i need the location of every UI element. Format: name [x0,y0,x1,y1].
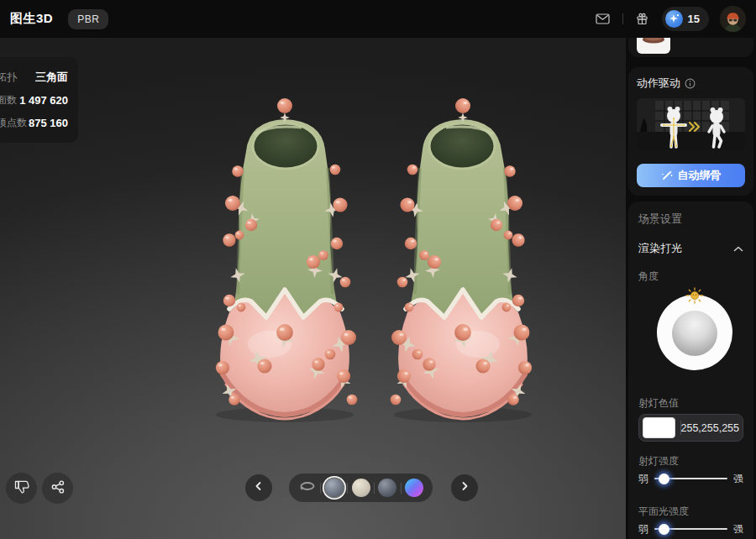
action-drive-header: 动作驱动 [637,76,745,91]
scene-settings-title[interactable]: 场景设置 [638,212,743,227]
stats-label: 面数 [0,93,17,107]
flat-intensity-label: 平面光强度 [638,505,689,519]
scene-settings-card: 场景设置 渲染打光 角度 [628,201,753,539]
spot-color-label: 射灯色值 [638,396,679,411]
thumbs-down-icon [14,479,29,498]
material-sphere-gradient[interactable] [405,479,423,497]
messages-button[interactable] [595,11,612,28]
divider [401,483,402,494]
wand-icon [661,170,673,181]
gift-icon [636,13,648,25]
light-angle-widget[interactable] [657,295,732,370]
share-button[interactable] [42,473,73,504]
stats-value: 875 160 [29,117,68,129]
strong-label: 强 [733,472,743,486]
credits-coin-icon [665,10,683,28]
rigging-preview-image [637,98,745,150]
prev-model-button[interactable] [245,474,272,501]
app-root: 拓扑 三角面 面数 1 497 620 顶点数 875 160 [0,0,756,539]
material-sphere-clay[interactable] [352,479,370,497]
pbr-badge: PBR [68,9,108,29]
model-stats-panel: 拓扑 三角面 面数 1 497 620 顶点数 875 160 [0,57,78,143]
avatar[interactable] [720,6,746,32]
weak-label: 弱 [638,522,648,536]
divider [320,483,321,494]
spot-intensity-label: 射灯强度 [638,454,679,468]
flat-intensity-slider: 弱 强 [638,522,743,536]
dislike-button[interactable] [6,473,37,504]
light-angle-sphere [672,311,717,356]
sun-icon[interactable] [680,286,710,308]
flat-intensity-track[interactable] [654,528,727,530]
stats-label: 顶点数 [0,116,27,130]
stats-row-faces: 面数 1 497 620 [0,90,68,110]
spot-intensity-thumb[interactable] [659,474,669,484]
page-title: 图生3D [10,11,53,27]
topbar-actions: 15 [595,6,746,32]
chevron-up-icon [733,246,743,252]
material-sphere-stone[interactable] [378,479,396,497]
credits-pill[interactable]: 15 [662,7,709,31]
strong-label: 强 [733,522,743,536]
auto-rig-button[interactable]: 自动绑骨 [637,164,745,187]
action-drive-card: 动作驱动 [628,67,753,196]
stats-row-topology: 拓扑 三角面 [0,67,68,87]
divider [347,483,348,494]
divider [374,483,375,494]
auto-rig-label: 自动绑骨 [678,168,722,183]
rotate-icon[interactable] [298,479,317,496]
rewards-button[interactable] [634,11,651,28]
model-shoes [181,92,559,428]
mail-icon [596,13,610,24]
stats-value: 1 497 620 [19,94,68,107]
credits-count: 15 [688,13,700,25]
spot-intensity-slider: 弱 强 [638,472,743,485]
render-lighting-title: 渲染打光 [638,241,682,256]
action-drive-title: 动作驱动 [637,76,680,91]
spot-color-value: 255,255,255 [680,422,739,434]
spot-intensity-track[interactable] [654,478,727,479]
share-icon [50,479,66,498]
flat-intensity-thumb[interactable] [659,524,669,535]
info-icon[interactable] [685,78,696,89]
render-lighting-header[interactable]: 渲染打光 [638,241,743,256]
topbar: 图生3D PBR 15 [0,0,756,38]
weak-label: 弱 [638,472,648,486]
settings-sidebar: 动作驱动 [626,0,756,539]
chevron-left-icon [252,479,265,496]
chevron-right-icon [458,479,471,496]
color-swatch[interactable] [643,417,675,438]
spot-color-input[interactable]: 255,255,255 [638,414,743,442]
next-model-button[interactable] [451,474,478,501]
divider [622,13,623,24]
angle-label: 角度 [638,270,743,284]
stats-row-vertices: 顶点数 875 160 [0,113,68,133]
stats-label: 拓扑 [0,71,17,85]
material-toolbar [289,474,433,502]
viewport-3d[interactable]: 拓扑 三角面 面数 1 497 620 顶点数 875 160 [0,38,626,539]
stats-value: 三角面 [35,70,68,85]
material-sphere-textured[interactable] [325,479,344,497]
